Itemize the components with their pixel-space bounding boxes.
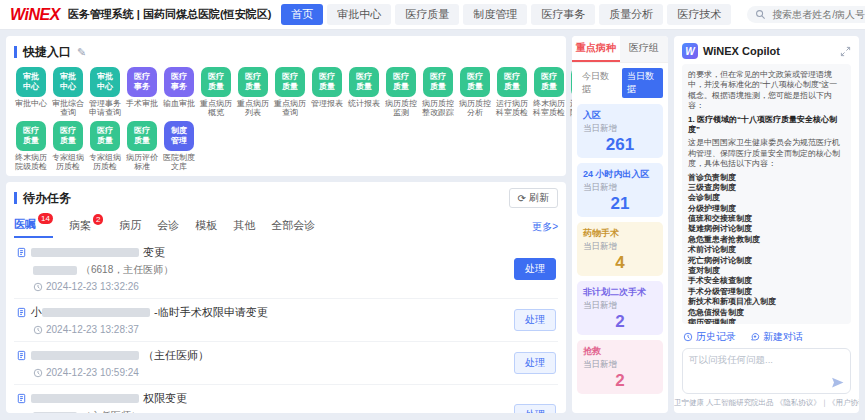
stat-card-value: 21	[583, 194, 657, 214]
todo-tab[interactable]: 病历	[119, 216, 141, 237]
quick-entry-grid: 审批中心 审批中心 审批中心 审批综合查询 审批中心	[14, 67, 558, 172]
send-icon[interactable]	[831, 376, 844, 389]
tile-label: 统计报表	[347, 99, 381, 118]
handle-button[interactable]: 处理	[514, 258, 556, 280]
quick-entry-tile[interactable]: 医疗质量 终末病历科室质检	[532, 67, 566, 118]
edit-icon[interactable]: ✎	[77, 46, 86, 59]
stats-subtabs: 今日数据 当日数据	[572, 63, 668, 100]
quick-entry-tile[interactable]: 医疗事务 输血审批	[162, 67, 196, 118]
tile-label: 终末病历科室质检	[532, 99, 566, 118]
core-system-item: 危急值报告制度	[688, 308, 845, 318]
stats-subtab[interactable]: 今日数据	[577, 68, 618, 98]
tile-label: 病历质控监测	[384, 99, 418, 118]
handle-button[interactable]: 处理	[514, 404, 556, 414]
quick-entry-tile[interactable]: 医疗质量 管理报表	[310, 67, 344, 118]
quick-entry-tile[interactable]: 审批中心 审批综合查询	[51, 67, 85, 118]
todo-item[interactable]: 权限变更 （主任医师） 2024-12-19 14:28:38	[14, 385, 558, 413]
history-button[interactable]: 历史记录	[683, 330, 736, 344]
todo-tab[interactable]: 病案2	[69, 216, 103, 237]
tile-label: 审批中心	[14, 99, 48, 118]
stats-subtab[interactable]: 当日数据	[622, 68, 663, 98]
nav-tab[interactable]: 医疗质量	[395, 4, 459, 25]
tile-icon: 医疗质量	[238, 67, 268, 97]
tile-icon: 审批中心	[16, 67, 46, 97]
tile-icon: 医疗质量	[349, 67, 379, 97]
quick-entry-tile[interactable]: 医疗质量 重点病历概览	[199, 67, 233, 118]
nav-tab[interactable]: 医疗技术	[667, 4, 731, 25]
stat-card-value: 2	[583, 371, 657, 391]
quick-entry-tile[interactable]: 医疗质量 重点病历查询	[273, 67, 307, 118]
todo-item-time: 2024-12-23 10:59:24	[46, 367, 139, 378]
quick-entry-tile[interactable]: 医疗质量 重点病历列表	[236, 67, 270, 118]
nav-tab[interactable]: 医疗事务	[531, 4, 595, 25]
core-system-item: 疑难病例讨论制度	[688, 224, 845, 234]
count-badge: 14	[38, 213, 53, 224]
quick-entry-tile[interactable]: 医疗质量 专家组病历质检	[51, 121, 85, 172]
todo-tabs: 医嘱14 病案2 病历 会诊 模板	[14, 215, 558, 238]
quick-entry-tile[interactable]: 医疗质量 运行病历科室质检	[495, 67, 529, 118]
core-system-item: 手术安全核查制度	[688, 276, 845, 286]
stat-card[interactable]: 24 小时内出入区 当日新增 21	[577, 163, 663, 217]
search-input[interactable]	[770, 8, 865, 21]
stat-card-title: 入区	[583, 110, 657, 121]
copilot-panel: W WiNEX Copilot 的要求，但在常见的中文政策或管理语境中，并没有标…	[674, 36, 859, 413]
stat-card[interactable]: 非计划二次手术 当日新增 2	[577, 281, 663, 335]
tile-icon: 审批中心	[90, 67, 120, 97]
quick-entry-tile[interactable]: 审批中心 审批中心	[14, 67, 48, 118]
expand-icon[interactable]	[840, 46, 851, 57]
app-title: 医务管理系统 | 国药同煤总医院(恒安院区)	[68, 7, 272, 22]
stats-tab[interactable]: 重点病种	[572, 36, 620, 62]
nav-tab[interactable]: 质量分析	[599, 4, 663, 25]
quick-entry-tile[interactable]: 医疗事务 手术审批	[125, 67, 159, 118]
core-system-item: 分级护理制度	[688, 204, 845, 214]
tile-icon: 审批中心	[53, 67, 83, 97]
todo-tab[interactable]: 全部会诊	[271, 216, 315, 237]
stat-card-title: 非计划二次手术	[583, 287, 657, 298]
todo-item[interactable]: （主任医师） 2024-12-23 10:59:24	[14, 342, 558, 385]
stat-card[interactable]: 入区 当日新增 261	[577, 104, 663, 158]
stats-tab[interactable]: 医疗组	[620, 36, 668, 62]
copilot-paragraph: 这是中国国家卫生健康委员会为规范医疗机构管理、保障医疗质量安全而制定的核心制度，…	[688, 138, 845, 169]
quick-entry-tile[interactable]: 医疗质量 病历质控分析	[458, 67, 492, 118]
stat-card[interactable]: 药物手术 当日新增 4	[577, 222, 663, 276]
nav-tab[interactable]: 制度管理	[463, 4, 527, 25]
todo-tab[interactable]: 模板	[195, 216, 217, 237]
quick-entry-tile[interactable]: 医疗质量 病历评价标准	[125, 121, 159, 172]
new-chat-button[interactable]: 新建对话	[750, 330, 803, 344]
stat-card[interactable]: 抢救 当日新增 2	[577, 340, 663, 394]
redacted-text	[33, 412, 77, 414]
todo-tab[interactable]: 医嘱14	[14, 215, 53, 238]
tile-icon: 医疗事务	[164, 67, 194, 97]
stat-card-value: 261	[583, 135, 657, 155]
copilot-input[interactable]	[682, 348, 851, 394]
quick-entry-tile[interactable]: 医疗质量 专家组病历质检	[88, 121, 122, 172]
todo-item[interactable]: 小 -临时手术权限申请变更	[14, 299, 558, 342]
global-search[interactable]	[747, 6, 865, 23]
quick-entry-tile[interactable]: 医疗质量 病历质控整改跟踪	[421, 67, 455, 118]
quick-entry-tile[interactable]: 审批中心 管理事务申请查询	[88, 67, 122, 118]
app-logo: WiNEX	[10, 6, 60, 24]
todo-item-sub: （6618，主任医师）	[81, 263, 173, 277]
document-icon	[16, 393, 27, 404]
copilot-footer: 卫宁健康 人工智能研究院出品 《隐私协议》｜《用户协议》	[674, 394, 859, 413]
quick-entry-tile[interactable]: 医疗质量 病历质控监测	[384, 67, 418, 118]
stat-card-caption: 当日新增	[583, 182, 657, 194]
stat-card-title: 抢救	[583, 346, 657, 357]
copilot-textarea[interactable]	[683, 349, 850, 377]
handle-button[interactable]: 处理	[514, 309, 556, 331]
nav-tab[interactable]: 首页	[281, 4, 323, 25]
handle-button[interactable]: 处理	[514, 352, 556, 374]
quick-entry-tile[interactable]: 医疗质量 统计报表	[347, 67, 381, 118]
nav-tab[interactable]: 审批中心	[327, 4, 391, 25]
quick-entry-tile[interactable]: 制度管理 医院制度文库	[162, 121, 196, 172]
redacted-text	[31, 248, 139, 257]
refresh-icon: ⟳	[518, 193, 526, 204]
core-system-item: 查对制度	[688, 266, 845, 276]
copilot-message: 的要求，但在常见的中文政策或管理语境中，并没有标准化的“十八项核心制度”这一概念…	[682, 64, 851, 324]
todo-item[interactable]: 变更 （6618，主任医师） 2024-12-23 13:32:26	[14, 239, 558, 299]
more-link[interactable]: 更多>	[532, 220, 558, 234]
refresh-button[interactable]: ⟳ 刷新	[509, 188, 558, 208]
quick-entry-tile[interactable]: 医疗质量 终末病历院级质检	[14, 121, 48, 172]
todo-tab[interactable]: 会诊	[157, 216, 179, 237]
todo-tab[interactable]: 其他	[233, 216, 255, 237]
